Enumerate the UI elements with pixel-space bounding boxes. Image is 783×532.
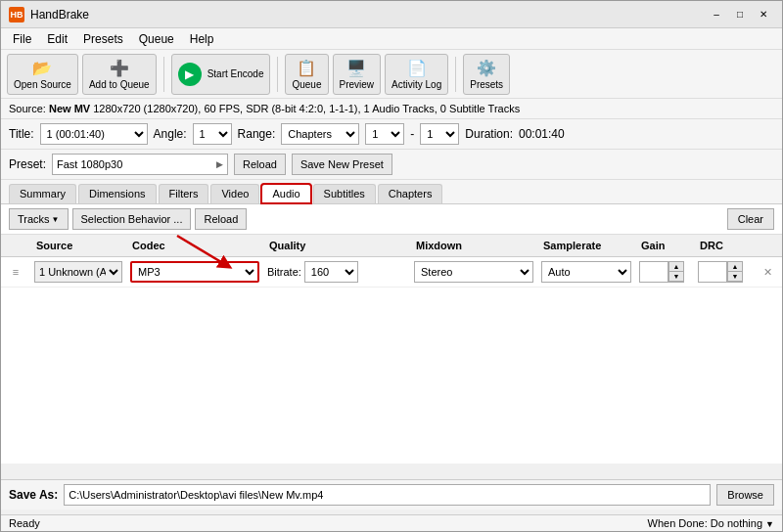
col-quality: Quality [263, 238, 410, 253]
duration-label: Duration: [465, 127, 513, 141]
presets-label: Presets [470, 79, 503, 90]
add-queue-label: Add to Queue [89, 79, 150, 90]
save-as-label: Save As: [9, 488, 58, 502]
start-encode-button[interactable]: ▶ Start Encode [171, 54, 271, 95]
range-to-select[interactable]: 1 [420, 123, 459, 145]
reload-preset-button[interactable]: Reload [234, 154, 286, 175]
codec-select[interactable]: MP3 [130, 261, 259, 283]
drc-up-button[interactable]: ▲ [728, 262, 742, 272]
drc-down-button[interactable]: ▼ [728, 272, 742, 282]
preview-icon: 🖥️ [346, 59, 366, 77]
app-icon: HB [9, 7, 24, 22]
minimize-button[interactable]: – [706, 5, 727, 24]
menu-presets[interactable]: Presets [75, 28, 131, 50]
menu-help[interactable]: Help [182, 28, 222, 50]
drc-input[interactable]: 0 [698, 261, 727, 283]
row-remove-button[interactable]: ✕ [753, 264, 782, 281]
preview-label: Preview [340, 79, 375, 90]
start-encode-label: Start Encode [207, 68, 264, 79]
toolbar: 📂 Open Source ➕ Add to Queue ▶ Start Enc… [1, 50, 782, 99]
tracks-label: Tracks [18, 213, 50, 225]
clear-button[interactable]: Clear [727, 208, 774, 230]
activity-log-icon: 📄 [407, 59, 427, 77]
status-bar: Ready When Done: Do nothing ▼ [1, 514, 782, 531]
gain-down-button[interactable]: ▼ [669, 272, 683, 282]
sub-toolbar: Tracks ▼ Selection Behavior ... Reload C… [1, 204, 782, 235]
range-from-select[interactable]: 1 [365, 123, 404, 145]
col-samplerate: Samplerate [537, 238, 635, 253]
tabs-bar: Summary Dimensions Filters Video Audio S… [1, 180, 782, 204]
tab-subtitles[interactable]: Subtitles [313, 184, 376, 203]
tab-summary[interactable]: Summary [9, 184, 76, 203]
toolbar-separator-1 [163, 57, 164, 92]
angle-label: Angle: [154, 127, 187, 141]
menu-queue[interactable]: Queue [131, 28, 182, 50]
menu-edit[interactable]: Edit [39, 28, 75, 50]
maximize-button[interactable]: □ [729, 5, 751, 24]
tab-audio[interactable]: Audio [261, 184, 310, 203]
queue-label: Queue [292, 79, 321, 90]
main-content: Tracks ▼ Selection Behavior ... Reload C… [1, 204, 782, 464]
tracks-button[interactable]: Tracks ▼ [9, 208, 69, 230]
open-source-label: Open Source [14, 79, 71, 90]
save-path-input[interactable] [64, 484, 711, 506]
table-row: ≡ 1 Unknown (AAC LC, 2.0 ch, 192 kbps) M… [1, 257, 782, 288]
save-preset-button[interactable]: Save New Preset [292, 154, 392, 175]
when-done-dropdown-icon: ▼ [765, 519, 774, 529]
menu-file[interactable]: File [5, 28, 39, 50]
activity-log-label: Activity Log [392, 79, 441, 90]
col-source: Source [30, 238, 126, 253]
save-bar: Save As: Browse [1, 479, 782, 510]
start-icon: ▶ [178, 63, 202, 86]
angle-select[interactable]: 1 [193, 123, 232, 145]
source-select[interactable]: 1 Unknown (AAC LC, 2.0 ch, 192 kbps) [34, 261, 122, 283]
presets-icon: ⚙️ [477, 59, 496, 77]
presets-button[interactable]: ⚙️ Presets [463, 54, 510, 95]
preset-field[interactable]: Fast 1080p30 ▶ [52, 154, 228, 175]
col-handle [1, 238, 30, 253]
samplerate-select[interactable]: Auto [541, 261, 631, 283]
drc-spinner: ▲ ▼ [727, 261, 743, 283]
gain-up-button[interactable]: ▲ [669, 262, 683, 272]
tab-dimensions[interactable]: Dimensions [78, 184, 156, 203]
col-codec: Codec [126, 238, 263, 253]
selection-behavior-button[interactable]: Selection Behavior ... [72, 208, 192, 230]
col-gain: Gain [635, 238, 694, 253]
range-select[interactable]: Chapters [281, 123, 359, 145]
quality-cell: Bitrate: 160 [263, 259, 410, 285]
open-source-button[interactable]: 📂 Open Source [7, 54, 78, 95]
title-select[interactable]: 1 (00:01:40) [40, 123, 148, 145]
range-label: Range: [238, 127, 276, 141]
tab-video[interactable]: Video [210, 184, 259, 203]
mixdown-select[interactable]: Stereo [414, 261, 533, 283]
mixdown-cell: Stereo [410, 259, 537, 285]
source-name: New MV [49, 103, 90, 114]
col-remove [753, 238, 782, 253]
preview-button[interactable]: 🖥️ Preview [333, 54, 382, 95]
app-title: HandBrake [30, 8, 89, 22]
status-ready: Ready [9, 517, 40, 529]
when-done-label: When Done: Do nothing ▼ [648, 517, 774, 529]
source-bar: Source: New MV 1280x720 (1280x720), 60 F… [1, 99, 782, 119]
gain-input[interactable]: 0 [639, 261, 668, 283]
close-button[interactable]: ✕ [753, 5, 774, 24]
queue-icon: 📋 [297, 59, 316, 77]
reload-button[interactable]: Reload [195, 208, 247, 230]
tab-filters[interactable]: Filters [159, 184, 209, 203]
source-label: Source: [9, 103, 46, 114]
add-to-queue-button[interactable]: ➕ Add to Queue [82, 54, 157, 95]
queue-button[interactable]: 📋 Queue [285, 54, 328, 95]
when-done-value[interactable]: Do nothing [711, 517, 762, 529]
tab-chapters[interactable]: Chapters [378, 184, 443, 203]
tracks-dropdown-icon: ▼ [52, 215, 60, 224]
quality-select[interactable]: 160 [304, 261, 358, 283]
samplerate-cell: Auto [537, 259, 635, 285]
title-label: Title: [9, 127, 34, 141]
toolbar-separator-3 [455, 57, 456, 92]
col-mixdown: Mixdown [410, 238, 537, 253]
range-separator: - [410, 127, 414, 141]
title-bar: HB HandBrake – □ ✕ [1, 1, 782, 28]
browse-button[interactable]: Browse [716, 484, 774, 506]
activity-log-button[interactable]: 📄 Activity Log [385, 54, 448, 95]
add-queue-icon: ➕ [110, 59, 129, 77]
